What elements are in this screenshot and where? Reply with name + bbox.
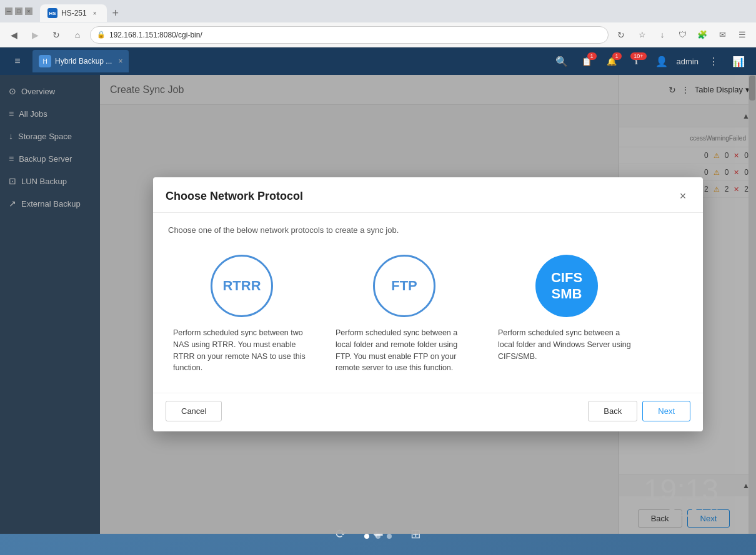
new-tab-button[interactable]: + — [107, 4, 124, 22]
address-text: 192.168.1.151:8080/cgi-bin/ — [109, 31, 202, 39]
sidebar-item-lun-backup[interactable]: ⊡ LUN Backup — [0, 170, 100, 192]
app-bar-left: ≡ H Hybrid Backup ... × — [7, 50, 547, 72]
sidebar-item-label: Backup Server — [19, 154, 72, 164]
refresh-address-btn[interactable]: ↻ — [612, 26, 630, 44]
minimize-btn[interactable]: ─ — [5, 7, 12, 15]
modal-footer: Cancel Back Next — [153, 393, 703, 431]
protocol-card-ftp[interactable]: FTP Perform scheduled sync between a loc… — [336, 255, 473, 374]
info-btn[interactable]: ℹ 10+ — [627, 51, 647, 71]
sidebar-item-label: Storage Space — [18, 132, 72, 141]
sidebar-item-overview[interactable]: ⊙ Overview — [0, 80, 100, 102]
content-area: Create Sync Job ─ □ × ↻ ⋮ Table Display … — [100, 75, 756, 534]
browser-toolbar: ◀ ▶ ↻ ⌂ 🔒 192.168.1.151:8080/cgi-bin/ ↻ … — [0, 22, 756, 47]
notification-badge-1: 1 — [587, 52, 597, 60]
main-layout: ⊙ Overview ≡ All Jobs ↓ Storage Space ≡ … — [0, 75, 756, 534]
sidebar-item-backup-server[interactable]: ≡ Backup Server — [0, 147, 100, 170]
forward-nav-btn[interactable]: ▶ — [26, 26, 44, 44]
rtrr-desc: Perform scheduled sync between two NAS u… — [173, 327, 311, 374]
browser-titlebar: ─ □ × HS HS-251 × + — [0, 0, 756, 22]
monitor-btn[interactable]: 📊 — [729, 51, 749, 71]
btn-group: Back Next — [588, 401, 690, 421]
notification-btn-1[interactable]: 📋 1 — [577, 51, 597, 71]
user-btn[interactable]: 👤 — [652, 51, 672, 71]
sidebar-item-storage-space[interactable]: ↓ Storage Space — [0, 125, 100, 147]
rtrr-circle: RTRR — [211, 255, 273, 317]
notification-btn-2[interactable]: 🔔 1 — [602, 51, 622, 71]
app-tab-close-icon[interactable]: × — [118, 57, 122, 66]
modal-header: Choose Network Protocol × — [153, 177, 703, 213]
info-badge: 10+ — [630, 52, 646, 60]
lun-icon: ⊡ — [9, 176, 16, 186]
tab-title: HS-251 — [61, 9, 87, 17]
protocol-grid: RTRR Perform scheduled sync between two … — [168, 255, 688, 374]
modal-body: Choose one of the below network protocol… — [153, 213, 703, 393]
external-icon: ↗ — [9, 199, 16, 209]
address-bar[interactable]: 🔒 192.168.1.151:8080/cgi-bin/ — [90, 26, 609, 44]
sidebar: ⊙ Overview ≡ All Jobs ↓ Storage Space ≡ … — [0, 75, 100, 534]
desktop-area: 19:13 Tue., Feb 14 ⟳ ⬅ ⊞ — [0, 534, 756, 555]
ftp-circle: FTP — [373, 255, 435, 317]
notification-badge-2: 1 — [612, 52, 622, 60]
security-icon: 🔒 — [97, 31, 106, 39]
modal-title: Choose Network Protocol — [166, 190, 303, 203]
app-bar-right: 🔍 📋 1 🔔 1 ℹ 10+ 👤 admin ⋮ 📊 — [552, 51, 749, 71]
all-jobs-icon: ≡ — [9, 109, 14, 119]
modal-overlay: Choose Network Protocol × Choose one of … — [100, 75, 756, 534]
close-btn[interactable]: × — [25, 7, 32, 15]
account-icon[interactable]: ✉ — [714, 26, 731, 44]
menu-icon[interactable]: ☰ — [734, 26, 751, 44]
back-nav-btn[interactable]: ◀ — [5, 26, 22, 44]
sidebar-item-label: Overview — [21, 87, 55, 96]
modal-subtitle: Choose one of the below network protocol… — [168, 225, 688, 235]
extensions-icon[interactable]: 🧩 — [694, 26, 711, 44]
maximize-btn[interactable]: □ — [15, 7, 22, 15]
active-tab[interactable]: HS HS-251 × — [40, 4, 107, 22]
bookmark-icon[interactable]: ☆ — [634, 26, 651, 44]
tab-favicon: HS — [47, 8, 57, 18]
modal-dialog: Choose Network Protocol × Choose one of … — [153, 177, 703, 431]
backup-server-icon: ≡ — [9, 154, 14, 164]
sidebar-item-external-backup[interactable]: ↗ External Backup — [0, 192, 100, 215]
tab-close-icon[interactable]: × — [91, 9, 99, 17]
app-tab[interactable]: H Hybrid Backup ... × — [32, 50, 129, 72]
toolbar-icons: ☆ ↓ 🛡 🧩 ✉ ☰ — [634, 26, 751, 44]
protocol-card-rtrr[interactable]: RTRR Perform scheduled sync between two … — [173, 255, 311, 374]
cifs-desc: Perform scheduled sync between a local f… — [498, 327, 635, 362]
cancel-button[interactable]: Cancel — [166, 401, 222, 421]
download-icon[interactable]: ↓ — [654, 26, 671, 44]
sidebar-item-label: All Jobs — [19, 109, 47, 119]
sidebar-item-label: LUN Backup — [21, 177, 67, 186]
home-btn[interactable]: ⌂ — [69, 26, 86, 44]
username-label: admin — [677, 57, 699, 66]
modal-close-btn[interactable]: × — [675, 189, 690, 204]
app-bar: ≡ H Hybrid Backup ... × 🔍 📋 1 🔔 1 ℹ 10+ … — [0, 47, 756, 75]
sidebar-item-label: External Backup — [21, 199, 81, 209]
window-controls: ─ □ × — [5, 7, 32, 15]
storage-icon: ↓ — [9, 131, 13, 141]
sidebar-item-all-jobs[interactable]: ≡ All Jobs — [0, 102, 100, 125]
cifs-label-line1: CIFS — [551, 270, 582, 286]
next-button[interactable]: Next — [642, 401, 690, 421]
overview-icon: ⊙ — [9, 86, 16, 96]
hamburger-menu-btn[interactable]: ≡ — [7, 51, 27, 71]
protocol-card-cifs[interactable]: CIFS SMB Perform scheduled sync between … — [498, 255, 635, 374]
cifs-circle: CIFS SMB — [535, 255, 598, 317]
more-btn[interactable]: ⋮ — [704, 51, 724, 71]
search-btn[interactable]: 🔍 — [552, 51, 572, 71]
tab-bar: HS HS-251 × + — [40, 1, 751, 22]
ftp-desc: Perform scheduled sync between a local f… — [336, 327, 473, 374]
app-tab-label: Hybrid Backup ... — [55, 57, 112, 66]
app-tab-icon: H — [39, 55, 51, 67]
shield-icon[interactable]: 🛡 — [674, 26, 691, 44]
back-button[interactable]: Back — [588, 401, 637, 421]
cifs-label-line2: SMB — [551, 286, 582, 302]
reload-btn[interactable]: ↻ — [47, 26, 65, 44]
